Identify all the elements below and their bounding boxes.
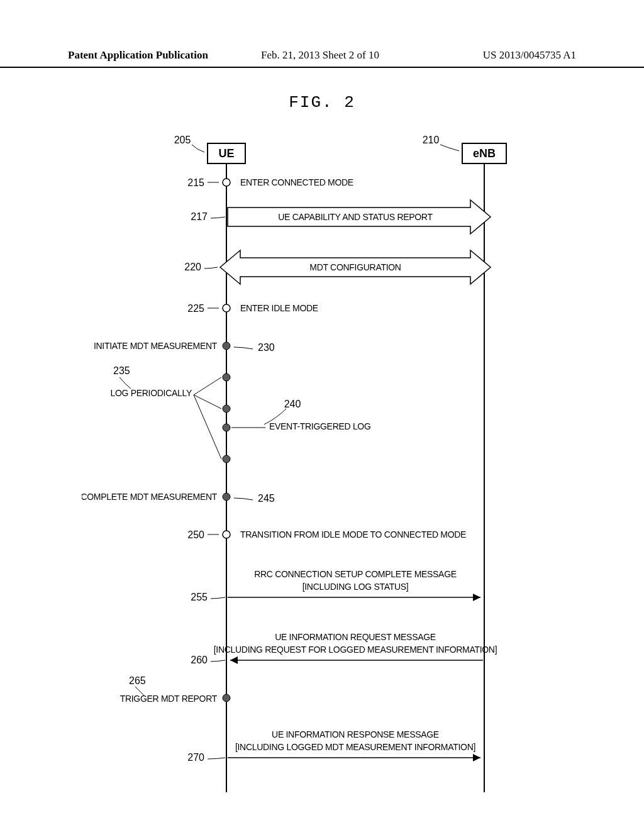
svg-text:TRANSITION FROM IDLE MODE TO C: TRANSITION FROM IDLE MODE TO CONNECTED M…: [240, 529, 466, 540]
svg-text:UE INFORMATION RESPONSE MESSAG: UE INFORMATION RESPONSE MESSAGE: [272, 729, 439, 739]
svg-marker-34: [473, 594, 480, 601]
figure-title: FIG. 2: [0, 93, 644, 112]
log-dot: [223, 455, 230, 463]
log-dot: [223, 374, 230, 381]
page: Patent Application Publication Feb. 21, …: [0, 0, 644, 830]
svg-line-21: [194, 377, 221, 395]
sequence-diagram: UE 205 eNB 210 215 ENTER CONNECTED MODE …: [82, 126, 560, 817]
callout-235: 235 LOG PERIODICALLY: [110, 365, 221, 459]
svg-text:245: 245: [258, 493, 275, 504]
svg-text:220: 220: [184, 262, 201, 272]
header-right: US 2013/0045735 A1: [483, 49, 576, 62]
event-225: 225 ENTER IDLE MODE: [187, 303, 318, 314]
svg-point-6: [223, 179, 230, 186]
svg-text:230: 230: [258, 342, 275, 353]
svg-text:225: 225: [187, 303, 204, 314]
actor-enb: eNB 210: [423, 135, 506, 163]
svg-point-13: [223, 304, 230, 312]
svg-text:UE: UE: [218, 147, 234, 160]
svg-line-23: [194, 395, 221, 459]
event-245: COMPLETE MDT MEASUREMENT 245: [82, 492, 275, 504]
msg-260: UE INFORMATION REQUEST MESSAGE [INCLUDIN…: [191, 632, 497, 665]
svg-text:UE CAPABILITY AND STATUS REPOR: UE CAPABILITY AND STATUS REPORT: [278, 212, 433, 222]
event-230: INITIATE MDT MEASUREMENT 230: [94, 341, 275, 353]
svg-text:RRC CONNECTION SETUP COMPLETE : RRC CONNECTION SETUP COMPLETE MESSAGE: [254, 569, 457, 579]
svg-point-30: [223, 531, 230, 538]
event-250: 250 TRANSITION FROM IDLE MODE TO CONNECT…: [187, 529, 466, 540]
svg-text:LOG PERIODICALLY: LOG PERIODICALLY: [110, 388, 192, 398]
svg-text:ENTER CONNECTED MODE: ENTER CONNECTED MODE: [240, 177, 353, 187]
svg-marker-39: [230, 656, 238, 664]
svg-text:240: 240: [284, 399, 301, 409]
svg-text:INITIATE MDT MEASUREMENT: INITIATE MDT MEASUREMENT: [94, 341, 218, 351]
callout-240: 240 EVENT-TRIGGERED LOG: [231, 399, 371, 431]
event-265: TRIGGER MDT REPORT 265: [120, 675, 230, 704]
svg-text:270: 270: [187, 752, 204, 763]
svg-point-27: [223, 493, 230, 501]
svg-text:250: 250: [187, 529, 204, 540]
svg-text:[INCLUDING LOGGED MDT MEASUREM: [INCLUDING LOGGED MDT MEASUREMENT INFORM…: [235, 742, 475, 752]
svg-text:260: 260: [191, 655, 208, 665]
svg-text:217: 217: [191, 211, 208, 222]
svg-text:215: 215: [187, 177, 204, 188]
msg-220: MDT CONFIGURATION 220: [184, 250, 491, 284]
svg-text:235: 235: [113, 365, 130, 376]
msg-217: UE CAPABILITY AND STATUS REPORT 217: [191, 200, 491, 234]
svg-text:ENTER IDLE MODE: ENTER IDLE MODE: [240, 303, 318, 313]
svg-text:210: 210: [423, 135, 440, 145]
msg-255: RRC CONNECTION SETUP COMPLETE MESSAGE [I…: [191, 569, 480, 602]
header-left: Patent Application Publication: [68, 49, 208, 62]
svg-line-22: [194, 395, 221, 409]
log-dot: [223, 424, 230, 431]
svg-text:255: 255: [191, 592, 208, 602]
msg-270: UE INFORMATION RESPONSE MESSAGE [INCLUDI…: [187, 729, 480, 763]
svg-marker-47: [473, 754, 480, 761]
svg-point-43: [223, 694, 230, 702]
svg-text:265: 265: [129, 675, 146, 686]
page-header: Patent Application Publication Feb. 21, …: [0, 52, 644, 68]
log-dot: [223, 405, 230, 412]
event-215: 215 ENTER CONNECTED MODE: [187, 177, 353, 188]
svg-text:TRIGGER MDT REPORT: TRIGGER MDT REPORT: [120, 694, 218, 704]
svg-text:MDT CONFIGURATION: MDT CONFIGURATION: [309, 262, 401, 272]
svg-point-16: [223, 342, 230, 350]
header-middle: Feb. 21, 2013 Sheet 2 of 10: [261, 49, 379, 62]
svg-text:eNB: eNB: [473, 147, 496, 160]
svg-text:[INCLUDING REQUEST FOR LOGGED : [INCLUDING REQUEST FOR LOGGED MEASUREMEN…: [214, 645, 497, 655]
svg-text:EVENT-TRIGGERED LOG: EVENT-TRIGGERED LOG: [269, 421, 371, 431]
actor-ue: UE 205: [174, 135, 245, 163]
svg-text:UE INFORMATION REQUEST MESSAGE: UE INFORMATION REQUEST MESSAGE: [275, 632, 436, 642]
svg-text:205: 205: [174, 135, 191, 145]
svg-text:COMPLETE MDT MEASUREMENT: COMPLETE MDT MEASUREMENT: [82, 492, 218, 502]
svg-text:[INCLUDING LOG STATUS]: [INCLUDING LOG STATUS]: [303, 582, 409, 592]
